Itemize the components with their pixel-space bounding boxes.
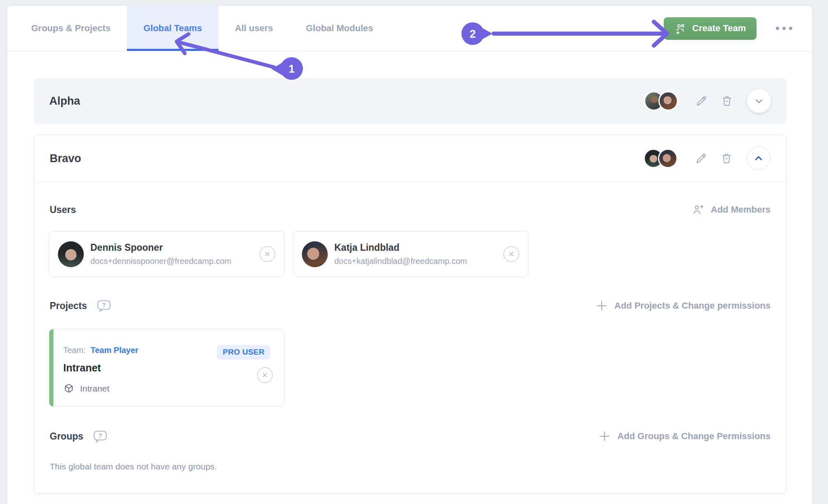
users-heading: Users — [50, 204, 76, 215]
avatar-woman-dark-hair — [658, 149, 678, 168]
delete-team-button[interactable] — [720, 151, 734, 165]
add-groups-button[interactable]: Add Groups & Change Permissions — [598, 430, 770, 442]
avatar-katja-lindblad — [302, 241, 328, 267]
plus-icon — [598, 430, 611, 442]
delete-team-button[interactable] — [720, 94, 734, 108]
trash-icon — [721, 95, 733, 107]
member-card-dennis: Dennis Spooner docs+dennisspooner@freedc… — [49, 231, 285, 277]
remove-project-button[interactable] — [257, 367, 273, 383]
groups-section-header: Groups ? Add Groups & Change Permissions — [50, 427, 770, 445]
pro-user-badge: PRO USER — [217, 345, 270, 360]
ellipsis-dot — [789, 27, 792, 30]
x-icon — [264, 251, 271, 257]
member-cards: Dennis Spooner docs+dennisspooner@freedc… — [49, 231, 529, 277]
add-projects-button[interactable]: Add Projects & Change permissions — [596, 300, 770, 312]
svg-text:?: ? — [102, 302, 106, 308]
member-name: Katja Lindblad — [334, 242, 528, 253]
ellipsis-dot — [782, 27, 786, 30]
team-member-avatars — [644, 149, 678, 168]
team-name: Bravo — [50, 152, 81, 165]
project-module-row: Intranet — [63, 383, 284, 394]
team-row-actions — [644, 147, 770, 170]
create-team-label: Create Team — [692, 23, 746, 34]
ellipsis-dot — [776, 27, 779, 30]
add-projects-label: Add Projects & Change permissions — [614, 300, 770, 311]
add-members-button[interactable]: Add Members — [692, 204, 770, 216]
pencil-icon — [695, 152, 707, 165]
cube-icon — [63, 383, 74, 394]
person-plus-icon — [692, 204, 704, 216]
pencil-icon — [695, 95, 708, 107]
tab-bar: Groups & Projects Global Teams All users… — [7, 6, 812, 51]
groups-heading: Groups — [50, 431, 83, 442]
svg-text:?: ? — [98, 432, 102, 439]
tab-groups-and-projects[interactable]: Groups & Projects — [15, 6, 127, 51]
add-groups-label: Add Groups & Change Permissions — [617, 431, 770, 442]
team-card-bravo: Bravo — [34, 135, 787, 493]
tabs-nav: Groups & Projects Global Teams All users… — [15, 6, 390, 51]
avatar-woman-red-hair — [658, 91, 678, 111]
trash-icon — [720, 152, 733, 165]
tab-global-modules[interactable]: Global Modules — [290, 6, 390, 51]
member-card-katja: Katja Lindblad docs+katjalindblad@freedc… — [293, 231, 529, 277]
team-label: Team: — [63, 346, 85, 355]
project-module-name: Intranet — [80, 384, 109, 394]
team-player-link[interactable]: Team Player — [90, 346, 138, 355]
plus-icon — [596, 300, 608, 312]
member-email: docs+katjalindblad@freedcamp.com — [334, 257, 528, 266]
users-section-header: Users Add Members — [50, 201, 770, 219]
team-name: Alpha — [49, 95, 80, 108]
project-title: Intranet — [63, 362, 284, 374]
expand-team-button[interactable] — [747, 89, 771, 113]
help-icon[interactable]: ? — [97, 300, 111, 312]
tab-global-teams[interactable]: Global Teams — [127, 6, 218, 51]
avatar-dennis-spooner — [58, 241, 84, 267]
header-actions: Create Team — [664, 6, 812, 51]
remove-member-button[interactable] — [504, 246, 519, 262]
member-email: docs+dennisspooner@freedcamp.com — [90, 257, 284, 266]
team-card-header: Bravo — [34, 135, 786, 182]
create-team-button[interactable]: Create Team — [664, 17, 757, 40]
edit-team-button[interactable] — [694, 151, 708, 165]
create-team-icon — [674, 22, 687, 34]
team-member-avatars — [644, 91, 678, 111]
tab-all-users[interactable]: All users — [218, 6, 290, 51]
team-row-actions — [644, 89, 771, 113]
chevron-down-icon — [753, 95, 765, 107]
projects-heading: Projects — [50, 300, 87, 312]
add-members-label: Add Members — [711, 204, 770, 215]
project-card-intranet: Team: Team Player PRO USER Intranet Intr… — [49, 329, 285, 407]
groups-empty-text: This global team does not have any group… — [50, 462, 217, 472]
main-container: Groups & Projects Global Teams All users… — [7, 6, 812, 504]
help-icon[interactable]: ? — [93, 430, 107, 443]
edit-team-button[interactable] — [695, 94, 708, 108]
x-icon — [262, 372, 268, 378]
remove-member-button[interactable] — [260, 246, 275, 262]
more-menu-button[interactable] — [775, 23, 793, 34]
chevron-up-icon — [753, 153, 764, 164]
member-name: Dennis Spooner — [90, 242, 284, 253]
team-row-alpha: Alpha — [34, 78, 787, 124]
collapse-team-button[interactable] — [747, 147, 770, 170]
x-icon — [508, 251, 515, 257]
projects-section-header: Projects ? Add Projects & Change permiss… — [50, 297, 770, 315]
